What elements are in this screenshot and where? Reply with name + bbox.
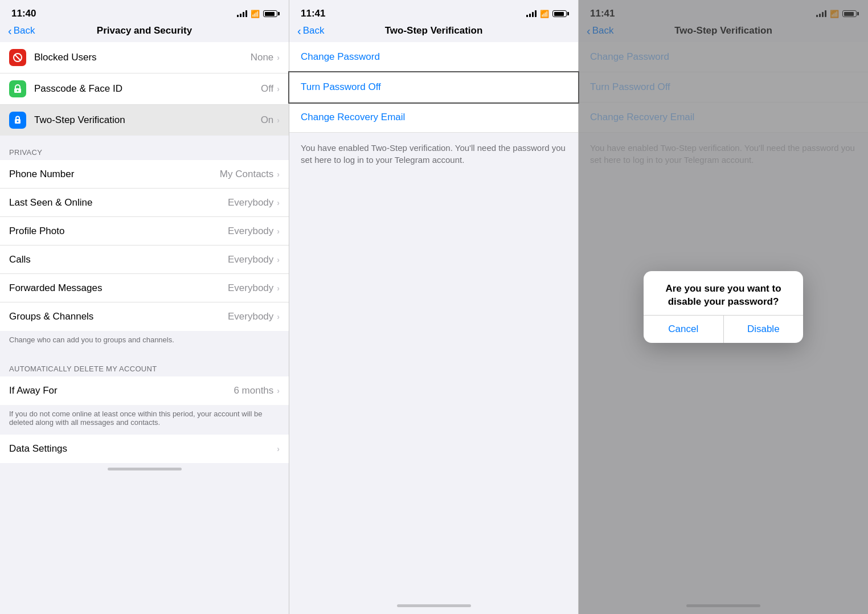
if-away-label: If Away For <box>9 385 234 396</box>
change-recovery-email-item-2[interactable]: Change Recovery Email <box>289 103 578 133</box>
page-title-2: Two-Step Verification <box>385 25 483 36</box>
panel-confirm-dialog: 11:41 📶 ‹ Back Two-Step Verification <box>579 0 868 614</box>
home-indicator-2 <box>397 604 471 607</box>
status-icons-2: 📶 <box>526 10 567 18</box>
calls-chevron: › <box>277 255 280 264</box>
data-settings-section: Data Settings › <box>0 435 289 463</box>
last-seen-chevron: › <box>277 198 280 207</box>
change-password-label-2: Change Password <box>301 51 380 62</box>
dialog-overlay: Are you sure you want to disable your pa… <box>579 0 868 614</box>
chevron-left-icon-2: ‹ <box>297 24 301 38</box>
two-step-list-2: Change Password Turn Password Off Change… <box>289 42 578 133</box>
back-button-1[interactable]: ‹ Back <box>8 24 35 38</box>
last-seen-value: Everybody <box>228 197 273 208</box>
data-settings-item[interactable]: Data Settings › <box>0 435 289 463</box>
passcode-label: Passcode & Face ID <box>34 83 261 95</box>
phone-number-label: Phone Number <box>9 169 220 180</box>
two-step-item[interactable]: Two-Step Verification On › <box>0 105 289 136</box>
dialog-title: Are you sure you want to disable your pa… <box>644 283 803 316</box>
signal-icon-2 <box>526 10 537 17</box>
svg-point-3 <box>17 90 19 92</box>
two-step-chevron: › <box>277 116 280 125</box>
panel-privacy-security: 11:40 📶 ‹ Back Privacy and Security <box>0 0 289 614</box>
battery-icon-1 <box>263 10 277 17</box>
back-button-2[interactable]: ‹ Back <box>297 24 324 38</box>
if-away-item[interactable]: If Away For 6 months › <box>0 376 289 405</box>
top-list-1: Blocked Users None › Passcode & Face ID … <box>0 42 289 136</box>
blocked-users-label: Blocked Users <box>34 52 251 63</box>
blocked-users-item[interactable]: Blocked Users None › <box>0 42 289 73</box>
dialog-buttons: Cancel Disable <box>644 315 803 343</box>
if-away-value: 6 months <box>234 385 273 396</box>
nav-bar-1: ‹ Back Privacy and Security <box>0 23 289 42</box>
battery-icon-2 <box>552 10 567 17</box>
profile-photo-value: Everybody <box>228 226 273 237</box>
groups-channels-chevron: › <box>277 312 280 321</box>
last-seen-item[interactable]: Last Seen & Online Everybody › <box>0 189 289 217</box>
two-step-icon <box>9 112 26 129</box>
calls-label: Calls <box>9 254 228 265</box>
status-bar-2: 11:41 📶 <box>289 0 578 23</box>
groups-note: Change who can add you to groups and cha… <box>0 331 289 352</box>
data-settings-chevron: › <box>277 444 280 453</box>
home-indicator-1 <box>108 468 182 470</box>
forwarded-item[interactable]: Forwarded Messages Everybody › <box>0 274 289 302</box>
status-time-1: 11:40 <box>11 8 36 19</box>
confirm-dialog: Are you sure you want to disable your pa… <box>644 271 803 343</box>
status-icons-1: 📶 <box>237 10 277 18</box>
groups-channels-item[interactable]: Groups & Channels Everybody › <box>0 302 289 331</box>
disable-button[interactable]: Disable <box>724 316 804 343</box>
turn-password-off-label-2: Turn Password Off <box>301 81 381 92</box>
signal-icon-1 <box>237 10 247 17</box>
panel-two-step: 11:41 📶 ‹ Back Two-Step Verification Cha… <box>289 0 579 614</box>
svg-point-5 <box>17 121 19 122</box>
auto-delete-header: AUTOMATICALLY DELETE MY ACCOUNT <box>0 352 289 376</box>
calls-value: Everybody <box>228 254 273 265</box>
wifi-icon-2: 📶 <box>540 10 549 18</box>
profile-photo-chevron: › <box>277 227 280 236</box>
privacy-list: Phone Number My Contacts › Last Seen & O… <box>0 160 289 331</box>
last-seen-label: Last Seen & Online <box>9 197 228 208</box>
phone-number-item[interactable]: Phone Number My Contacts › <box>0 160 289 189</box>
cancel-button[interactable]: Cancel <box>644 316 724 343</box>
phone-inner-3: 11:41 📶 ‹ Back Two-Step Verification <box>579 0 868 614</box>
passcode-item[interactable]: Passcode & Face ID Off › <box>0 73 289 105</box>
if-away-chevron: › <box>277 386 280 395</box>
change-password-item-2[interactable]: Change Password <box>289 42 578 72</box>
back-label-1: Back <box>14 25 35 36</box>
page-title-1: Privacy and Security <box>97 25 192 36</box>
phone-number-chevron: › <box>277 170 280 179</box>
passcode-chevron: › <box>277 84 280 93</box>
forwarded-value: Everybody <box>228 283 273 294</box>
privacy-section-header: PRIVACY <box>0 136 289 160</box>
data-settings-label: Data Settings <box>9 443 277 455</box>
blocked-users-icon <box>9 49 26 66</box>
chevron-left-icon-1: ‹ <box>8 24 12 38</box>
blocked-users-value: None <box>251 52 274 63</box>
groups-channels-label: Groups & Channels <box>9 311 228 322</box>
calls-item[interactable]: Calls Everybody › <box>0 245 289 274</box>
auto-delete-list: If Away For 6 months › <box>0 376 289 405</box>
two-step-description-2: You have enabled Two-Step verification. … <box>289 133 578 175</box>
auto-delete-note: If you do not come online at least once … <box>0 405 289 435</box>
passcode-icon <box>9 80 26 97</box>
passcode-value: Off <box>261 83 273 95</box>
groups-channels-value: Everybody <box>228 311 273 322</box>
nav-bar-2: ‹ Back Two-Step Verification <box>289 23 578 42</box>
status-bar-1: 11:40 📶 <box>0 0 289 23</box>
forwarded-chevron: › <box>277 284 280 293</box>
turn-password-off-item-2[interactable]: Turn Password Off <box>289 72 578 103</box>
svg-line-1 <box>15 55 21 61</box>
two-step-label: Two-Step Verification <box>34 114 261 126</box>
profile-photo-label: Profile Photo <box>9 226 228 237</box>
status-time-2: 11:41 <box>301 8 325 19</box>
phone-number-value: My Contacts <box>220 169 273 180</box>
two-step-value: On <box>261 114 274 126</box>
forwarded-label: Forwarded Messages <box>9 283 228 294</box>
wifi-icon-1: 📶 <box>251 10 260 18</box>
profile-photo-item[interactable]: Profile Photo Everybody › <box>0 217 289 245</box>
change-recovery-email-label-2: Change Recovery Email <box>301 112 405 122</box>
back-label-2: Back <box>303 25 325 36</box>
blocked-users-chevron: › <box>277 53 280 62</box>
